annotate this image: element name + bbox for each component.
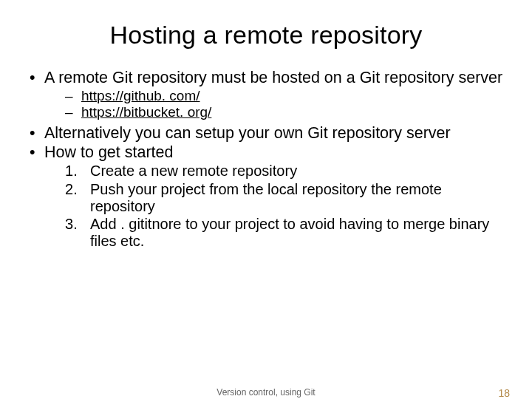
numbered-text: Push your project from the local reposit… bbox=[90, 181, 442, 214]
bitbucket-link[interactable]: https://bitbucket. org/ bbox=[81, 104, 211, 120]
numbered-text: Add . gititnore to your project to avoid… bbox=[90, 216, 489, 249]
numbered-item: Add . gititnore to your project to avoid… bbox=[44, 216, 505, 250]
sub-bullet-item: https://github. com/ bbox=[44, 88, 505, 104]
sub-bullet-item: https://bitbucket. org/ bbox=[44, 104, 505, 120]
bullet-item: How to get started Create a new remote r… bbox=[27, 143, 505, 250]
numbered-item: Create a new remote repository bbox=[44, 163, 505, 180]
numbered-list: Create a new remote repository Push your… bbox=[44, 163, 505, 250]
numbered-item: Push your project from the local reposit… bbox=[44, 181, 505, 215]
bullet-item: A remote Git repository must be hosted o… bbox=[27, 69, 505, 121]
slide: Hosting a remote repository A remote Git… bbox=[0, 0, 532, 399]
numbered-text: Create a new remote repository bbox=[90, 163, 297, 179]
page-number: 18 bbox=[498, 387, 510, 399]
bullet-item: Alternatively you can setup your own Git… bbox=[27, 124, 505, 142]
bullet-list-level1: A remote Git repository must be hosted o… bbox=[27, 69, 505, 250]
bullet-text: Alternatively you can setup your own Git… bbox=[44, 124, 451, 142]
slide-content: A remote Git repository must be hosted o… bbox=[27, 69, 505, 250]
footer-center-text: Version control, using Git bbox=[0, 387, 532, 398]
bullet-text: A remote Git repository must be hosted o… bbox=[44, 69, 502, 86]
bullet-list-level2: https://github. com/ https://bitbucket. … bbox=[44, 88, 505, 121]
bullet-text: How to get started bbox=[44, 143, 173, 161]
github-link[interactable]: https://github. com/ bbox=[81, 88, 200, 103]
slide-title: Hosting a remote repository bbox=[27, 21, 505, 50]
